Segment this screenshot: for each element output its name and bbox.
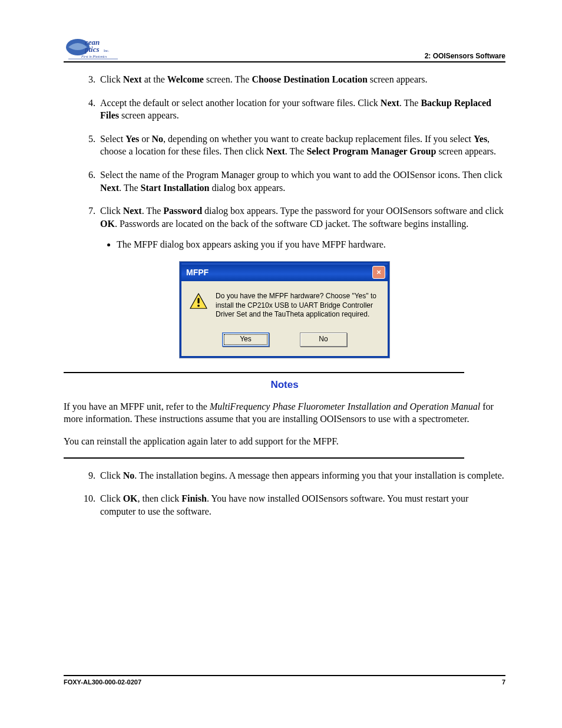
- step-4: Accept the default or select another loc…: [98, 97, 505, 122]
- notes-paragraph-2: You can reinstall the application again …: [64, 435, 505, 448]
- notes-body: If you have an MFPF unit, refer to the M…: [64, 400, 505, 448]
- divider: [64, 457, 464, 459]
- instruction-list-continued: Click No. The installation begins. A mes…: [64, 469, 505, 518]
- footer-doc-id: FOXY-AL300-000-02-0207: [64, 678, 141, 686]
- notes-heading: Notes: [64, 379, 505, 391]
- no-button[interactable]: No: [300, 332, 347, 347]
- dialog-screenshot: MFPF × Do you have the MFPF hardware? Ch…: [64, 262, 505, 358]
- close-icon[interactable]: ×: [372, 266, 385, 279]
- svg-text:ptics: ptics: [84, 45, 100, 54]
- yes-button[interactable]: Yes: [222, 332, 269, 347]
- svg-point-8: [197, 305, 200, 307]
- step-7-sublist: The MFPF dialog box appears asking you i…: [117, 238, 505, 251]
- step-9: Click No. The installation begins. A mes…: [98, 469, 505, 482]
- step-10: Click OK, then click Finish. You have no…: [98, 492, 505, 518]
- svg-rect-7: [197, 298, 199, 303]
- svg-text:Inc.: Inc.: [104, 49, 110, 52]
- section-label: 2: OOISensors Software: [425, 52, 505, 60]
- dialog-titlebar: MFPF ×: [181, 263, 388, 281]
- notes-paragraph-1: If you have an MFPF unit, refer to the M…: [64, 400, 505, 426]
- svg-text:First in Photonics: First in Photonics: [81, 55, 107, 58]
- ocean-optics-logo: cean ptics Inc. First in Photonics: [64, 35, 123, 60]
- dialog-buttons: Yes No: [190, 332, 379, 347]
- notes-section: Notes If you have an MFPF unit, refer to…: [64, 372, 505, 459]
- step-7: Click Next. The Password dialog box appe…: [98, 205, 505, 251]
- warning-icon: [190, 293, 207, 309]
- mfpf-dialog: MFPF × Do you have the MFPF hardware? Ch…: [180, 262, 389, 358]
- page-footer: FOXY-AL300-000-02-0207 7: [64, 675, 505, 686]
- instruction-list: Click Next at the Welcome screen. The Ch…: [64, 73, 505, 251]
- dialog-message: Do you have the MFPF hardware? Choose "Y…: [216, 292, 379, 319]
- divider: [64, 372, 464, 373]
- step-7-bullet: The MFPF dialog box appears asking you i…: [117, 238, 505, 251]
- dialog-title: MFPF: [186, 268, 209, 277]
- dialog-body: Do you have the MFPF hardware? Choose "Y…: [181, 281, 388, 356]
- step-5: Select Yes or No, depending on whether y…: [98, 133, 505, 158]
- footer-page-number: 7: [502, 678, 505, 686]
- step-6: Select the name of the Program Manager g…: [98, 169, 505, 194]
- step-3: Click Next at the Welcome screen. The Ch…: [98, 73, 505, 86]
- document-page: cean ptics Inc. First in Photonics 2: OO…: [0, 0, 562, 728]
- page-header: cean ptics Inc. First in Photonics 2: OO…: [64, 35, 505, 62]
